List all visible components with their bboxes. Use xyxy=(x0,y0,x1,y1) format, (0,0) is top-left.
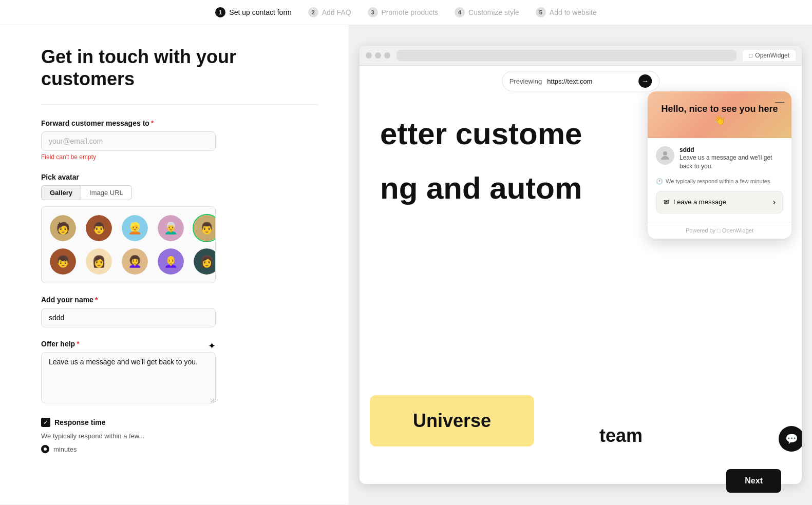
response-time-text: We typically respond within a few... xyxy=(41,432,318,440)
minutes-radio[interactable] xyxy=(41,445,49,453)
mail-icon: ✉ xyxy=(664,198,669,206)
response-time-checkbox[interactable]: ✓ xyxy=(41,418,50,427)
avatar-8[interactable]: 👩‍🦱 xyxy=(121,247,149,276)
clock-icon: 🕐 xyxy=(656,178,663,185)
step-5-label: Add to website xyxy=(550,8,597,16)
ai-generate-button[interactable]: ✦ xyxy=(208,340,216,352)
step-5-num: 5 xyxy=(536,7,546,17)
brand-name: OpenWidget xyxy=(722,227,753,234)
step-4-label: Customize style xyxy=(468,8,519,16)
step-3-label: Promote products xyxy=(382,8,439,16)
team-text: team xyxy=(599,425,643,446)
browser-dots xyxy=(366,52,390,59)
left-panel: Get in touch with your customers Forward… xyxy=(0,25,349,504)
widget-footer: Powered by □ OpenWidget xyxy=(648,222,791,239)
response-note-text: We typically respond within a few minute… xyxy=(666,178,771,184)
avatar-toggle: Gallery Image URL xyxy=(41,185,318,200)
avatar-5[interactable]: 👨 xyxy=(193,214,216,242)
widget-popup: — Hello, nice to see you here 👋 xyxy=(648,91,791,239)
avatar-7[interactable]: 👩 xyxy=(85,247,113,276)
dot-red xyxy=(366,52,372,59)
previewing-bar: Previewing → xyxy=(502,71,660,91)
banner-text: Universe xyxy=(413,410,491,432)
widget-body: sddd Leave us a message and we'll get ba… xyxy=(648,138,791,222)
avatar-group: Pick avatar Gallery Image URL 🧑 👨 👱 👨‍🦳 … xyxy=(41,173,318,283)
go-button[interactable]: → xyxy=(638,74,652,88)
preview-area: Previewing → etter custome ng and autom … xyxy=(360,66,802,477)
avatar-1[interactable]: 🧑 xyxy=(49,214,77,242)
avatar-tab-gallery[interactable]: Gallery xyxy=(41,185,81,200)
dot-green xyxy=(384,52,390,59)
step-5[interactable]: 5 Add to website xyxy=(536,7,597,17)
name-input[interactable] xyxy=(41,308,216,327)
url-bar-bg xyxy=(396,50,737,61)
widget-cta-button[interactable]: ✉ Leave a message › xyxy=(656,191,783,213)
email-error: Field can't be empty xyxy=(41,153,318,161)
avatar-3[interactable]: 👱 xyxy=(121,214,149,242)
avatar-6[interactable]: 👦 xyxy=(49,247,77,276)
widget-brand: □ xyxy=(717,227,722,234)
widget-agent-info: sddd Leave us a message and we'll get ba… xyxy=(679,146,783,171)
step-1[interactable]: 1 Set up contact form xyxy=(215,7,291,17)
radio-row: minutes xyxy=(41,445,318,453)
widget-agent-row: sddd Leave us a message and we'll get ba… xyxy=(656,146,783,171)
response-time-row: ✓ Response time xyxy=(41,418,318,427)
main-layout: Get in touch with your customers Forward… xyxy=(0,25,812,504)
step-3-num: 3 xyxy=(368,7,378,17)
email-input[interactable] xyxy=(41,131,216,151)
widget-header: — Hello, nice to see you here 👋 xyxy=(648,91,791,138)
radio-inner xyxy=(44,448,47,451)
stepper: 1 Set up contact form 2 Add FAQ 3 Promot… xyxy=(0,0,812,25)
divider xyxy=(41,104,318,105)
name-label: Add your name * xyxy=(41,296,318,304)
response-time-group: ✓ Response time We typically respond wit… xyxy=(41,418,318,453)
svg-point-0 xyxy=(663,151,667,156)
step-4[interactable]: 4 Customize style xyxy=(455,7,519,17)
required-star: * xyxy=(151,119,154,127)
widget-response-note: 🕐 We typically respond within a few minu… xyxy=(656,178,783,185)
required-star-2: * xyxy=(95,296,98,304)
tab-label: OpenWidget xyxy=(755,52,789,59)
name-group: Add your name * xyxy=(41,296,318,327)
forward-messages-group: Forward customer messages to * Field can… xyxy=(41,119,318,161)
browser-mockup: □ OpenWidget Previewing → etter custome … xyxy=(360,46,802,484)
avatar-10[interactable]: 👩 xyxy=(193,247,216,276)
widget-agent-name: sddd xyxy=(679,146,783,153)
browser-tab[interactable]: □ OpenWidget xyxy=(743,50,796,61)
avatar-9[interactable]: 👩‍🦲 xyxy=(157,247,185,276)
offer-help-label-row: Offer help * ✦ xyxy=(41,340,216,352)
avatar-4[interactable]: 👨‍🦳 xyxy=(157,214,185,242)
widget-minimize-button[interactable]: — xyxy=(775,96,784,107)
step-2-label: Add FAQ xyxy=(322,8,351,16)
avatar-tab-imageurl[interactable]: Image URL xyxy=(81,185,132,200)
previewing-label: Previewing xyxy=(509,77,542,85)
forward-messages-label: Forward customer messages to * xyxy=(41,119,318,127)
next-button[interactable]: Next xyxy=(726,469,781,493)
step-1-label: Set up contact form xyxy=(229,8,291,16)
offer-help-textarea[interactable]: Leave us a message and we'll get back to… xyxy=(41,352,216,403)
widget-avatar xyxy=(656,146,674,165)
chevron-right-icon: › xyxy=(773,198,776,207)
response-time-label: Response time xyxy=(54,418,106,426)
step-2-num: 2 xyxy=(308,7,318,17)
browser-chrome: □ OpenWidget xyxy=(360,46,802,66)
widget-agent-message: Leave us a message and we'll get back to… xyxy=(679,153,783,171)
url-input[interactable] xyxy=(547,77,633,85)
page-title: Get in touch with your customers xyxy=(41,46,318,90)
step-4-num: 4 xyxy=(455,7,465,17)
step-3[interactable]: 3 Promote products xyxy=(368,7,439,17)
tab-icon: □ xyxy=(749,52,752,59)
avatar-grid: 🧑 👨 👱 👨‍🦳 👨 👦 👩 👩‍🦱 👩‍🦲 👩 xyxy=(41,206,216,283)
step-2[interactable]: 2 Add FAQ xyxy=(308,7,351,17)
widget-cta-text: ✉ Leave a message xyxy=(664,198,726,206)
right-panel: □ OpenWidget Previewing → etter custome … xyxy=(349,25,812,504)
avatar-2[interactable]: 👨 xyxy=(85,214,113,242)
avatar-label: Pick avatar xyxy=(41,173,318,181)
powered-by-text: Powered by xyxy=(686,227,715,234)
widget-greeting: Hello, nice to see you here 👋 xyxy=(658,104,781,126)
widget-circle-button[interactable]: 💬 xyxy=(779,426,802,452)
required-star-3: * xyxy=(77,340,79,348)
cta-label: Leave a message xyxy=(673,198,726,206)
bottom-banner: Universe xyxy=(370,395,534,446)
step-1-num: 1 xyxy=(215,7,225,17)
